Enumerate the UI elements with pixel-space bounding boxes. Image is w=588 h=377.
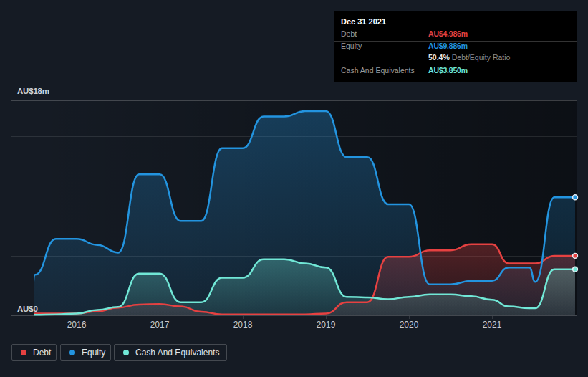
x-axis-label-2018: 2018 <box>221 320 264 330</box>
tooltip-equity-value: AU$9.886m <box>428 42 468 50</box>
legend-dot-cash-and-equivalents <box>123 350 129 355</box>
tooltip-date: Dec 31 2021 <box>341 17 386 26</box>
x-axis-label-2020: 2020 <box>387 320 430 330</box>
tooltip-ratio-value: 50.4% <box>428 53 450 62</box>
legend-label: Debt <box>33 348 51 358</box>
tooltip-debt-label: Debt <box>341 29 357 38</box>
legend-dot-debt <box>21 350 26 355</box>
legend-item-equity[interactable]: Equity <box>60 344 111 361</box>
tooltip-ratio: 50.4% Debt/Equity Ratio <box>428 53 510 62</box>
tooltip-equity-label: Equity <box>341 42 362 50</box>
chart-page: AU$18m AU$0 201620172018201920202021 Deb… <box>0 0 588 377</box>
x-axis-label-2016: 2016 <box>55 320 98 330</box>
end-dot-debt <box>573 254 578 259</box>
tooltip-cash-label: Cash And Equivalents <box>341 66 415 75</box>
y-axis-label-top: AU$18m <box>17 87 49 95</box>
legend-label: Equity <box>82 348 105 358</box>
tooltip-cash-value: AU$3.850m <box>428 66 468 75</box>
tooltip: Dec 31 2021 Debt AU$4.986m Equity AU$9.8… <box>334 11 577 82</box>
legend-label: Cash And Equivalents <box>135 348 219 358</box>
legend-item-cash-and-equivalents[interactable]: Cash And Equivalents <box>114 344 227 361</box>
legend-item-debt[interactable]: Debt <box>11 344 57 361</box>
x-axis-label-2021: 2021 <box>471 320 514 330</box>
legend-dot-equity <box>69 350 75 355</box>
x-axis-label-2019: 2019 <box>304 320 347 330</box>
y-axis-label-zero: AU$0 <box>17 305 38 313</box>
x-axis-label-2017: 2017 <box>138 320 181 330</box>
tooltip-divider-3 <box>334 65 577 65</box>
end-dot-equity <box>573 195 578 200</box>
tooltip-debt-value: AU$4.986m <box>428 29 468 38</box>
end-dot-cash-and-equivalents <box>573 267 578 272</box>
tooltip-ratio-label: Debt/Equity Ratio <box>452 53 511 62</box>
